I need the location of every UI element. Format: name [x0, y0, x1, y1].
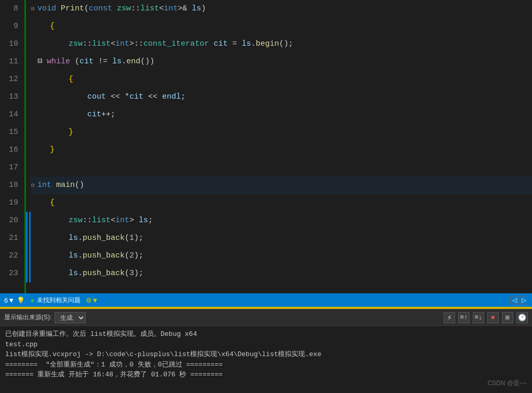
- watermark: CSDN @蛋~~: [487, 379, 527, 388]
- line-num-22: 22: [4, 247, 18, 265]
- toolbar-btn-5[interactable]: ⊞: [502, 312, 513, 323]
- code-line-8: ⊟void Print(const zsw::list<int>& ls): [31, 0, 532, 18]
- line-numbers: 8 9 10 11 12 13 14 15 16 17 18 19 20 21 …: [0, 0, 26, 293]
- code-line-18: ⊟int main(): [31, 177, 532, 194]
- toolbar-btn-3[interactable]: ≡↓: [473, 312, 484, 323]
- collapse-11[interactable]: [31, 53, 37, 71]
- line-num-14: 14: [4, 106, 18, 124]
- status-bar: 6▼ 💡 ● 未找到相关问题 ⚙▼ ◁ ▷: [0, 293, 532, 307]
- status-item-check: ● 未找到相关问题: [30, 296, 80, 305]
- gear-icon[interactable]: ⚙▼: [86, 296, 99, 304]
- toolbar-btn-2[interactable]: ≡↑: [458, 312, 470, 323]
- check-icon: ●: [30, 296, 34, 304]
- bottom-toolbar: 显示输出来源(S): 生成 ⚡ ≡↑ ≡↓ ✖ ⊞ 🕐: [0, 309, 532, 326]
- line-num-13: 13: [4, 88, 18, 106]
- code-line-17: [31, 159, 532, 177]
- bottom-panel: 显示输出来源(S): 生成 ⚡ ≡↑ ≡↓ ✖ ⊞ 🕐 已创建目录重编工作。次后…: [0, 309, 532, 393]
- toolbar-btn-1[interactable]: ⚡: [444, 312, 455, 323]
- code-line-15: }: [31, 124, 532, 141]
- scroll-left-btn[interactable]: ◁: [510, 296, 518, 304]
- output-content: 已创建目录重编工作。次后 list模拟实现。成员。Debug x64 test.…: [0, 326, 532, 393]
- output-line-5: ======= 重新生成 开始于 16:48，并花费了 01.076 秒 ===…: [5, 370, 527, 380]
- collapse-8[interactable]: ⊟: [31, 0, 37, 18]
- status-item-gear: ⚙▼: [86, 296, 99, 304]
- line-num-15: 15: [4, 124, 18, 141]
- collapse-18[interactable]: ⊟: [31, 177, 37, 194]
- lightbulb-icon: 💡: [17, 296, 25, 304]
- output-line-2: test.cpp: [5, 340, 527, 350]
- code-line-14: cit++;: [31, 106, 532, 124]
- code-line-21: ls.push_back(1);: [31, 229, 532, 247]
- line-num-8: 8: [4, 0, 18, 18]
- editor-area: 8 9 10 11 12 13 14 15 16 17 18 19 20 21 …: [0, 0, 532, 293]
- line-num-23: 23: [4, 265, 18, 282]
- output-source-label: 显示输出来源(S):: [4, 313, 51, 322]
- error-count: 6▼: [4, 296, 15, 304]
- toolbar-btn-4[interactable]: ✖: [487, 312, 499, 323]
- code-line-19: {: [31, 194, 532, 212]
- line-num-19: 19: [4, 194, 18, 212]
- code-line-22: ls.push_back(2);: [31, 247, 532, 265]
- code-line-20: zsw::list<int> ls;: [31, 212, 532, 229]
- line-num-9: 9: [4, 18, 18, 35]
- toolbar-btn-clock[interactable]: 🕐: [516, 312, 528, 323]
- code-line-9: {: [31, 18, 532, 35]
- line-num-10: 10: [4, 35, 18, 53]
- code-line-13: cout << *cit << endl;: [31, 88, 532, 106]
- line-num-17: 17: [4, 159, 18, 177]
- line-num-16: 16: [4, 141, 18, 159]
- line-num-11: 11: [4, 53, 18, 71]
- code-line-23: ls.push_back(3);: [31, 265, 532, 282]
- line-num-12: 12: [4, 71, 18, 88]
- scroll-right-btn[interactable]: ▷: [520, 296, 528, 304]
- line-num-18: 18: [4, 177, 18, 194]
- code-content: ⊟void Print(const zsw::list<int>& ls) { …: [26, 0, 532, 293]
- code-line-16: }: [31, 141, 532, 159]
- output-source-select[interactable]: 生成: [55, 312, 86, 323]
- output-line-4: ======== "全部重新生成"：1 成功，0 失败，0已跳过 =======…: [5, 360, 527, 370]
- output-line-3: list模拟实现.vcxproj -> D:\code\c-plusplus\l…: [5, 349, 527, 360]
- code-container: 8 9 10 11 12 13 14 15 16 17 18 19 20 21 …: [0, 0, 532, 293]
- status-item-error: 6▼ 💡: [4, 296, 25, 304]
- line-num-20: 20: [4, 212, 18, 229]
- code-line-10: zsw::list<int>::const_iterator cit = ls.…: [31, 35, 532, 53]
- status-no-issues: 未找到相关问题: [37, 296, 81, 305]
- output-line-1: 已创建目录重编工作。次后 list模拟实现。成员。Debug x64: [5, 329, 527, 340]
- line-num-21: 21: [4, 229, 18, 247]
- code-line-11: ⊟ while (cit != ls.end()): [31, 53, 532, 71]
- code-line-12: {: [31, 71, 532, 88]
